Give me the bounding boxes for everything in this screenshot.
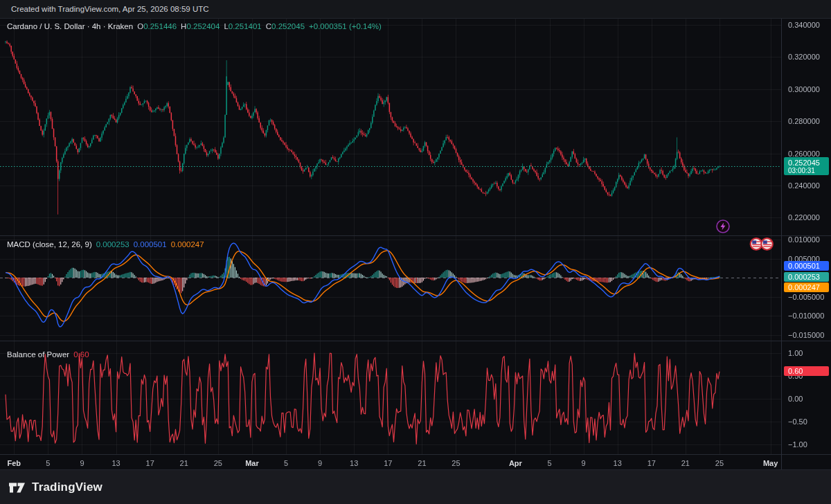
bop-tick-label: −1.00 xyxy=(788,440,807,449)
time-tick-day: 25 xyxy=(715,459,724,467)
created-with-text: Created with TradingView.com, Apr 25, 20… xyxy=(0,5,209,13)
time-tick-day: 9 xyxy=(582,459,586,467)
macd-title: MACD (close, 12, 26, 9) xyxy=(7,240,92,249)
panel-separator[interactable] xyxy=(0,235,831,236)
price-tick-label: 0.340000 xyxy=(788,21,820,29)
price-tick-label: 0.300000 xyxy=(788,85,820,93)
hist-value-badge: 0.000253 xyxy=(784,272,829,282)
macd-line-value: 0.000501 xyxy=(134,240,167,249)
bop-tick-label: 1.00 xyxy=(788,349,803,357)
panel-separator[interactable] xyxy=(0,341,831,341)
time-tick-day: 21 xyxy=(418,459,426,467)
low-value: 0.251401 xyxy=(229,22,262,30)
flag-left xyxy=(751,238,762,250)
time-tick-month: Apr xyxy=(509,459,522,467)
price-tick-label: 0.260000 xyxy=(788,150,820,158)
macd-tick-label: −0.015000 xyxy=(788,331,824,339)
lightning-icon[interactable] xyxy=(716,219,730,236)
high-value: 0.252404 xyxy=(186,22,220,30)
time-tick-month: May xyxy=(763,459,778,467)
time-tick-day: 21 xyxy=(681,459,690,467)
time-tick-day: 13 xyxy=(111,459,120,467)
attribution-bar: Created with TradingView.com, Apr 25, 20… xyxy=(0,0,831,19)
time-tick-day: 9 xyxy=(80,459,84,467)
flag-right xyxy=(761,238,773,250)
price-tick-label: 0.220000 xyxy=(788,213,820,222)
time-tick-day: 5 xyxy=(547,459,551,467)
price-tick-label: 0.280000 xyxy=(788,117,820,125)
time-tick-day: 17 xyxy=(146,459,154,467)
symbol-legend[interactable]: Cardano / U. S. Dollar · 4h · Kraken O0.… xyxy=(7,22,382,30)
change-value: +0.000351 (+0.14%) xyxy=(309,22,382,30)
open-label: O xyxy=(137,22,143,30)
tradingview-logo-mark xyxy=(8,480,26,495)
bop-value-badge: 0.60 xyxy=(784,366,829,376)
macd-signal-value: 0.000247 xyxy=(171,240,204,249)
time-tick-month: Feb xyxy=(7,459,21,467)
tradingview-logo-text: TradingView xyxy=(32,480,102,494)
time-tick-day: 9 xyxy=(318,459,322,467)
macd-tick-label: −0.010000 xyxy=(788,312,824,320)
time-tick-day: 25 xyxy=(452,459,460,467)
tradingview-logo[interactable]: TradingView xyxy=(8,480,102,495)
bop-legend[interactable]: Balance of Power 0.60 xyxy=(7,350,89,359)
bop-tick-label: 0.00 xyxy=(788,395,803,403)
price-axis[interactable]: 0.3400000.3200000.3000000.2800000.260000… xyxy=(781,19,831,469)
close-label: C xyxy=(266,22,271,30)
bop-tick-label: −0.50 xyxy=(788,417,807,426)
price-tick-label: 0.320000 xyxy=(788,53,820,61)
macd-legend[interactable]: MACD (close, 12, 26, 9) 0.000253 0.00050… xyxy=(7,240,204,249)
macd-value-badge: 0.000501 xyxy=(784,261,829,271)
time-tick-day: 13 xyxy=(350,459,358,467)
time-tick-day: 17 xyxy=(384,459,392,467)
signal-value-badge: 0.000247 xyxy=(784,282,829,292)
time-axis[interactable]: Feb5913172125Mar5913172125Apr5913172125M… xyxy=(0,454,781,469)
macd-tick-label: 0.010000 xyxy=(788,235,820,244)
time-tick-month: Mar xyxy=(245,459,259,467)
time-tick-day: 21 xyxy=(180,459,188,467)
time-tick-day: 5 xyxy=(284,459,288,467)
bop-value: 0.60 xyxy=(73,350,89,359)
close-value: 0.252045 xyxy=(271,22,305,30)
time-tick-day: 13 xyxy=(614,459,622,467)
time-tick-day: 25 xyxy=(214,459,222,467)
symbol-title: Cardano / U. S. Dollar · 4h · Kraken xyxy=(7,22,133,30)
macd-hist-value: 0.000253 xyxy=(96,240,129,249)
bop-title: Balance of Power xyxy=(7,350,69,359)
chart-region: Cardano / U. S. Dollar · 4h · Kraken O0.… xyxy=(0,19,831,469)
open-value: 0.251446 xyxy=(143,22,177,30)
last-price-badge: 0.25204503:00:31 xyxy=(784,157,829,175)
us-flags-icon[interactable] xyxy=(749,237,774,254)
price-tick-label: 0.240000 xyxy=(788,181,820,190)
macd-tick-label: −0.005000 xyxy=(788,293,824,301)
time-tick-day: 5 xyxy=(46,459,50,467)
footer-bar: TradingView xyxy=(0,469,831,504)
time-tick-day: 17 xyxy=(647,459,656,467)
